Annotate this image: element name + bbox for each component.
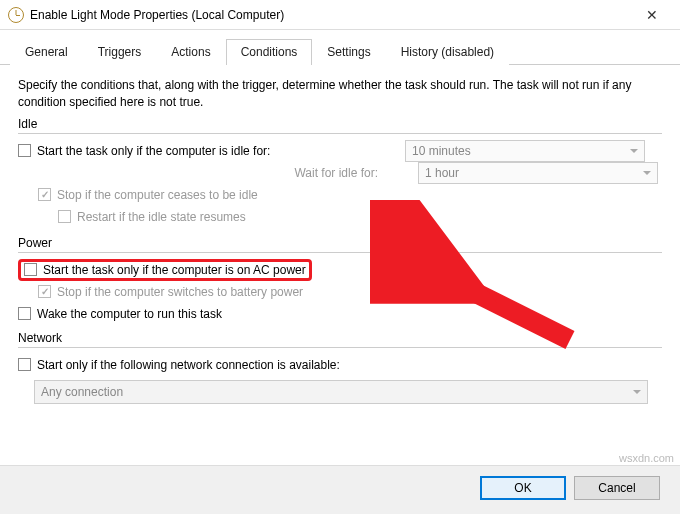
highlight-ac-power: Start the task only if the computer is o… xyxy=(18,259,312,281)
power-section-label: Power xyxy=(18,236,662,250)
row-restart-if-resume: Restart if the idle state resumes xyxy=(18,206,662,228)
titlebar: Enable Light Mode Properties (Local Comp… xyxy=(0,0,680,30)
conditions-panel: Specify the conditions that, along with … xyxy=(0,65,680,414)
tab-history[interactable]: History (disabled) xyxy=(386,39,509,65)
checkbox-ac-power[interactable] xyxy=(24,263,37,276)
ok-button[interactable]: OK xyxy=(480,476,566,500)
checkbox-idle-start[interactable] xyxy=(18,144,31,157)
label-ac-power: Start the task only if the computer is o… xyxy=(43,263,306,277)
checkbox-stop-if-cease xyxy=(38,188,51,201)
dropdown-idle-duration[interactable]: 10 minutes xyxy=(405,140,645,162)
task-scheduler-icon xyxy=(8,7,24,23)
chevron-down-icon xyxy=(643,171,651,175)
power-divider xyxy=(18,252,662,253)
row-network: Start only if the following network conn… xyxy=(18,354,662,376)
checkbox-network[interactable] xyxy=(18,358,31,371)
watermark: wsxdn.com xyxy=(619,452,674,464)
network-divider xyxy=(18,347,662,348)
label-stop-if-cease: Stop if the computer ceases to be idle xyxy=(57,188,258,202)
dialog-footer: OK Cancel xyxy=(0,465,680,514)
close-button[interactable]: ✕ xyxy=(632,7,672,23)
window-title: Enable Light Mode Properties (Local Comp… xyxy=(30,8,632,22)
row-wait-idle: Wait for idle for: 1 hour xyxy=(18,162,662,184)
tab-strip: General Triggers Actions Conditions Sett… xyxy=(0,30,680,65)
tab-general[interactable]: General xyxy=(10,39,83,65)
dropdown-network-value: Any connection xyxy=(41,385,123,399)
intro-text: Specify the conditions that, along with … xyxy=(18,77,662,111)
row-wake: Wake the computer to run this task xyxy=(18,303,662,325)
chevron-down-icon xyxy=(633,390,641,394)
dropdown-network-connection[interactable]: Any connection xyxy=(34,380,648,404)
label-wait-idle: Wait for idle for: xyxy=(18,166,388,180)
dropdown-wait-duration[interactable]: 1 hour xyxy=(418,162,658,184)
row-ac-power: Start the task only if the computer is o… xyxy=(18,259,662,281)
dropdown-idle-duration-value: 10 minutes xyxy=(412,144,471,158)
row-stop-if-cease: Stop if the computer ceases to be idle xyxy=(18,184,662,206)
label-restart-if-resume: Restart if the idle state resumes xyxy=(77,210,246,224)
label-network: Start only if the following network conn… xyxy=(37,358,340,372)
cancel-button[interactable]: Cancel xyxy=(574,476,660,500)
tab-actions[interactable]: Actions xyxy=(156,39,225,65)
dropdown-wait-duration-value: 1 hour xyxy=(425,166,459,180)
label-stop-if-battery: Stop if the computer switches to battery… xyxy=(57,285,303,299)
idle-divider xyxy=(18,133,662,134)
label-wake: Wake the computer to run this task xyxy=(37,307,222,321)
tab-settings[interactable]: Settings xyxy=(312,39,385,65)
row-idle-start: Start the task only if the computer is i… xyxy=(18,140,662,162)
chevron-down-icon xyxy=(630,149,638,153)
network-section-label: Network xyxy=(18,331,662,345)
idle-section-label: Idle xyxy=(18,117,662,131)
tab-triggers[interactable]: Triggers xyxy=(83,39,157,65)
checkbox-restart-if-resume xyxy=(58,210,71,223)
label-idle-start: Start the task only if the computer is i… xyxy=(37,144,399,158)
checkbox-stop-if-battery xyxy=(38,285,51,298)
tab-conditions[interactable]: Conditions xyxy=(226,39,313,65)
checkbox-wake[interactable] xyxy=(18,307,31,320)
row-stop-if-battery: Stop if the computer switches to battery… xyxy=(18,281,662,303)
